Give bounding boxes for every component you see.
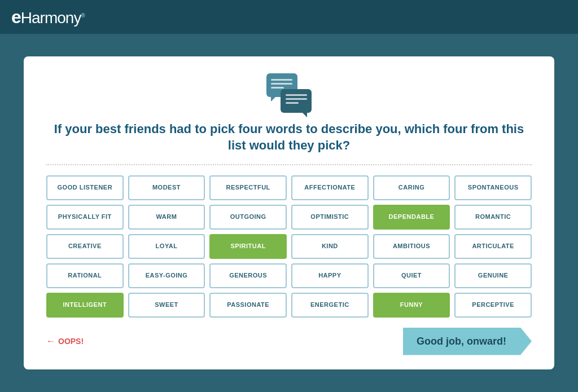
word-button-energetic[interactable]: ENERGETIC [291,293,369,318]
word-button-loyal[interactable]: LOYAL [128,234,205,259]
bubble-2 [281,89,312,113]
bubble-line [271,87,284,89]
bubble-line [271,83,292,85]
word-button-passionate[interactable]: PASSIONATE [209,293,287,318]
word-button-spontaneous[interactable]: SPONTANEOUS [454,175,532,200]
word-button-romantic[interactable]: ROMANTIC [454,205,532,230]
oops-button[interactable]: ← OOPS! [46,336,84,346]
oops-label: OOPS! [58,337,84,346]
footer-actions: ← OOPS! Good job, onward! [46,328,532,355]
word-button-modest[interactable]: MODEST [128,175,205,200]
question-card: If your best friends had to pick four wo… [24,56,554,369]
question-text: If your best friends had to pick four wo… [46,121,532,153]
word-button-kind[interactable]: KIND [291,234,369,259]
oops-arrow-icon: ← [46,336,55,346]
chat-icon-container [46,73,532,113]
chat-bubbles-icon [266,73,312,113]
word-button-intelligent[interactable]: INTELLIGENT [46,293,124,318]
word-button-perceptive[interactable]: PERCEPTIVE [454,293,532,318]
logo-e: e [11,7,21,27]
word-button-caring[interactable]: CARING [373,175,450,200]
words-grid: GOOD LISTENERMODESTRESPECTFULAFFECTIONAT… [46,175,532,318]
word-button-warm[interactable]: WARM [128,205,205,230]
logo-trademark: ® [81,12,84,18]
word-button-sweet[interactable]: SWEET [128,293,205,318]
word-button-generous[interactable]: GENEROUS [209,263,287,288]
bubble-line [286,102,299,104]
word-button-genuine[interactable]: GENUINE [454,263,532,288]
bubble-line [271,79,292,81]
word-button-happy[interactable]: HAPPY [291,263,369,288]
main-content: If your best friends had to pick four wo… [0,34,578,392]
word-button-optimistic[interactable]: OPTIMISTIC [291,205,369,230]
word-button-respectful[interactable]: RESPECTFUL [209,175,287,200]
next-label: Good job, onward! [417,336,506,347]
bubble-line [286,94,307,96]
page-header: eHarmony® [0,0,578,34]
word-button-quiet[interactable]: QUIET [373,263,450,288]
word-button-articulate[interactable]: ARTICULATE [454,234,532,259]
word-button-spiritual[interactable]: SPIRITUAL [209,234,287,259]
word-button-creative[interactable]: CREATIVE [46,234,124,259]
word-button-ambitious[interactable]: AMBITIOUS [373,234,450,259]
bubble-line [286,98,307,100]
word-button-dependable[interactable]: DEPENDABLE [373,205,450,230]
eharmony-logo: eHarmony® [11,7,85,28]
word-button-funny[interactable]: FUNNY [373,293,450,318]
bubble-lines-2 [286,94,307,106]
word-button-outgoing[interactable]: OUTGOING [209,205,287,230]
next-button[interactable]: Good job, onward! [403,328,532,355]
word-button-easy-going[interactable]: EASY-GOING [128,263,205,288]
word-button-rational[interactable]: RATIONAL [46,263,124,288]
word-button-good-listener[interactable]: GOOD LISTENER [46,175,124,200]
section-divider [46,164,532,165]
word-button-affectionate[interactable]: AFFECTIONATE [291,175,369,200]
word-button-physically-fit[interactable]: PHYSICALLY FIT [46,205,124,230]
logo-harmony: Harmony [21,9,81,27]
